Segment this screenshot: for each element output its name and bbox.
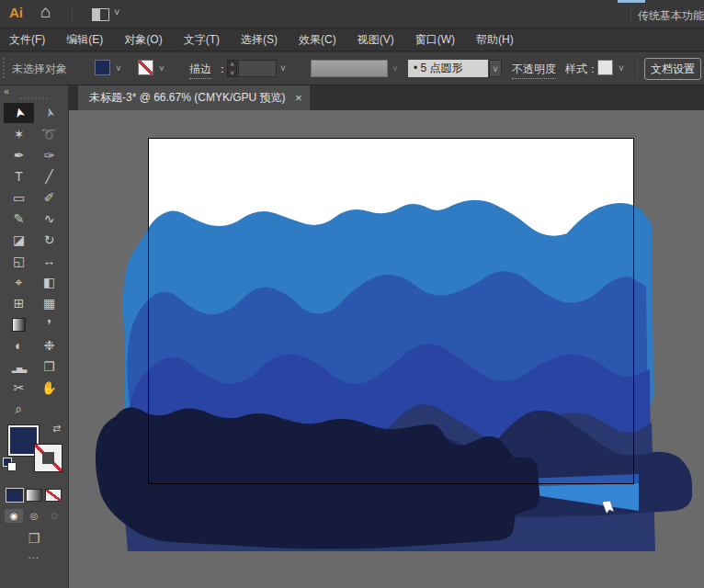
opacity-link[interactable]: 不透明度 bbox=[512, 62, 556, 79]
scale-tool[interactable]: ◱ bbox=[4, 251, 34, 271]
rotate-tool[interactable]: ↻ bbox=[34, 230, 64, 250]
stroke-weight-field[interactable] bbox=[238, 60, 277, 77]
edit-toolbar-ellipsis[interactable]: ⋯ bbox=[0, 551, 68, 564]
gradient-tool-icon bbox=[12, 318, 26, 332]
perspective-grid-tool[interactable]: ⊞ bbox=[4, 293, 34, 313]
brush-definition-chevron-icon[interactable]: ˅ bbox=[489, 60, 502, 77]
control-bar: 未选择对象 ˅ ˅ 描边 ： ˄˅ ˅ ˅ • 5 点圆形 ˅ 不透明度 样式：… bbox=[0, 52, 704, 85]
selection-tool-icon: ➤ bbox=[7, 105, 29, 120]
curvature-tool[interactable]: ✑ bbox=[34, 145, 64, 165]
shape-builder-tool[interactable]: ◧ bbox=[34, 272, 64, 292]
puppet-warp-tool-icon: ⌖ bbox=[16, 272, 23, 292]
menu-item-4[interactable]: 选择(S) bbox=[241, 32, 278, 48]
stroke-swatch-none[interactable] bbox=[34, 444, 62, 472]
rectangle-tool[interactable]: ▭ bbox=[4, 187, 34, 208]
stroke-weight-label[interactable]: 描边 bbox=[189, 62, 211, 79]
fill-color-swatch[interactable] bbox=[95, 60, 110, 75]
type-tool[interactable]: T bbox=[4, 166, 34, 187]
screen-mode-button[interactable]: ❒ bbox=[0, 531, 68, 546]
swap-fill-stroke-icon[interactable]: ⇄ bbox=[52, 423, 61, 435]
blend-tool[interactable]: ◐ bbox=[4, 335, 34, 356]
hand-tool[interactable]: ✋ bbox=[34, 378, 64, 398]
stepper-up-icon[interactable]: ˄ bbox=[230, 62, 233, 68]
puppet-warp-tool[interactable]: ⌖ bbox=[4, 272, 34, 292]
home-icon[interactable]: ⌂ bbox=[40, 2, 51, 22]
eraser-tool-icon: ◪ bbox=[13, 230, 25, 250]
menu-item-6[interactable]: 视图(V) bbox=[358, 32, 394, 48]
slice-tool[interactable]: ✂ bbox=[4, 378, 34, 398]
illustrator-window: Ai ⌂ ˅ 传统基本功能 文件(F)编辑(E)对象(O)文字(T)选择(S)效… bbox=[0, 0, 704, 588]
stroke-weight-chevron-icon[interactable]: ˅ bbox=[277, 60, 290, 77]
shaper-tool-icon: ∿ bbox=[44, 209, 55, 229]
panel-drag-handle[interactable] bbox=[20, 97, 48, 99]
no-selection-label: 未选择对象 bbox=[12, 62, 67, 77]
menu-item-8[interactable]: 帮助(H) bbox=[476, 32, 514, 48]
gradient-tool[interactable] bbox=[4, 314, 34, 334]
zoom-tool[interactable]: ⌕ bbox=[4, 399, 34, 419]
menu-item-7[interactable]: 窗口(W) bbox=[415, 32, 455, 48]
eraser-tool[interactable]: ◪ bbox=[4, 230, 34, 250]
symbol-sprayer-tool[interactable]: ❉ bbox=[34, 335, 64, 356]
style-chevron-icon[interactable]: ˅ bbox=[615, 60, 628, 77]
none-button[interactable] bbox=[45, 489, 62, 502]
stroke-color-swatch[interactable] bbox=[138, 60, 153, 75]
eyedropper-tool[interactable]: ❜ bbox=[34, 314, 64, 334]
column-graph-tool-icon: ▂▅▃ bbox=[12, 359, 26, 379]
pencil-tool[interactable]: ✎ bbox=[4, 209, 34, 229]
shaper-tool[interactable]: ∿ bbox=[34, 209, 64, 229]
mesh-tool[interactable]: ▦ bbox=[34, 293, 64, 313]
slice-tool-icon: ✂ bbox=[14, 378, 25, 398]
paintbrush-tool[interactable]: ✐ bbox=[34, 187, 64, 208]
perspective-grid-tool-icon: ⊞ bbox=[14, 293, 25, 313]
menu-item-0[interactable]: 文件(F) bbox=[9, 32, 45, 48]
direct-selection-tool[interactable]: ➢ bbox=[34, 103, 64, 123]
artwork-svg bbox=[69, 110, 704, 588]
default-fill-stroke-icon[interactable] bbox=[3, 458, 16, 470]
stepper-down-icon[interactable]: ˅ bbox=[230, 70, 233, 76]
column-graph-tool[interactable]: ▂▅▃ bbox=[4, 356, 34, 377]
collapse-panel-icon[interactable]: « bbox=[4, 85, 9, 96]
menu-item-5[interactable]: 效果(C) bbox=[299, 32, 336, 48]
lasso-tool[interactable]: ➰ bbox=[34, 124, 64, 144]
lasso-tool-icon: ➰ bbox=[41, 124, 57, 144]
menu-item-2[interactable]: 对象(O) bbox=[124, 32, 162, 48]
color-mode-row bbox=[0, 489, 68, 502]
symbol-sprayer-tool-icon: ❉ bbox=[44, 335, 55, 356]
gradient-button[interactable] bbox=[26, 489, 42, 502]
brush-definition-field[interactable]: • 5 点圆形 bbox=[408, 60, 488, 77]
stroke-color-chevron-icon[interactable]: ˅ bbox=[155, 60, 168, 77]
paintbrush-tool-icon: ✐ bbox=[44, 187, 55, 208]
drawing-modes-row: ◉ ◎ ⊙ bbox=[0, 509, 68, 523]
tab-close-icon[interactable]: × bbox=[295, 85, 302, 110]
menu-item-1[interactable]: 编辑(E) bbox=[66, 32, 103, 48]
pen-tool[interactable]: ✒ bbox=[4, 145, 34, 165]
color-button[interactable] bbox=[6, 489, 23, 502]
control-bar-grip[interactable] bbox=[3, 58, 7, 78]
eyedropper-tool-icon: ❜ bbox=[47, 314, 51, 334]
mesh-tool-icon: ▦ bbox=[43, 293, 55, 313]
arrange-documents-icon[interactable] bbox=[92, 8, 109, 21]
document-tab[interactable]: 未标题-3* @ 66.67% (CMYK/GPU 预览) × bbox=[78, 85, 310, 110]
document-tab-title: 未标题-3* @ 66.67% (CMYK/GPU 预览) bbox=[89, 91, 286, 104]
arrange-documents-chevron-icon[interactable]: ˅ bbox=[114, 6, 119, 17]
line-segment-tool[interactable]: ╱ bbox=[34, 166, 64, 187]
width-tool[interactable]: ↔ bbox=[34, 251, 64, 271]
menu-item-3[interactable]: 文字(T) bbox=[184, 32, 220, 48]
document-setup-button[interactable]: 文档设置 bbox=[644, 58, 701, 80]
type-tool-icon: T bbox=[15, 166, 23, 187]
style-swatch[interactable] bbox=[597, 60, 613, 75]
rectangle-tool-icon: ▭ bbox=[13, 187, 25, 208]
fill-color-chevron-icon[interactable]: ˅ bbox=[112, 60, 125, 77]
separator bbox=[72, 6, 73, 22]
magic-wand-tool[interactable]: ✶ bbox=[4, 124, 34, 144]
draw-inside-button: ⊙ bbox=[45, 509, 63, 523]
canvas-pasteboard[interactable] bbox=[69, 110, 704, 588]
workspace-switcher[interactable]: 传统基本功能 bbox=[638, 8, 704, 24]
selection-tool[interactable]: ➤ bbox=[4, 103, 34, 123]
draw-behind-button[interactable]: ◎ bbox=[25, 509, 43, 523]
stroke-weight-stepper[interactable]: ˄˅ bbox=[227, 60, 237, 77]
artboard-tool[interactable]: ❐ bbox=[34, 356, 64, 377]
draw-normal-button[interactable]: ◉ bbox=[5, 509, 23, 523]
scale-tool-icon: ◱ bbox=[13, 251, 25, 271]
window-edge-highlight bbox=[618, 0, 645, 3]
